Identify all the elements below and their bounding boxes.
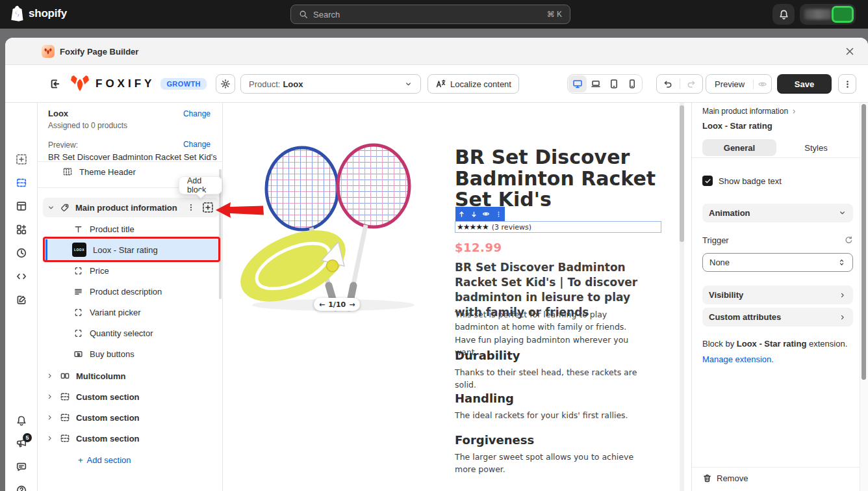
text-icon [73,224,83,234]
preview-button[interactable]: Preview [706,79,753,89]
expand-chevron-icon[interactable] [46,393,54,401]
tree-row-product-description[interactable]: Product description [38,282,223,300]
tree-row-main-product-information[interactable]: Main product information [43,198,219,217]
layers-panel: Loox Change Assigned to 0 products Previ… [38,103,223,491]
localize-content-button[interactable]: Localize content [428,74,519,94]
shopify-wordmark: shopify [29,7,67,20]
tree-row-buy-buttons[interactable]: Buy buttons [38,345,223,363]
global-search-input[interactable]: Search ⌘ K [290,5,570,24]
shopify-topbar: shopify Search ⌘ K [0,0,868,29]
tree-row-multicolumn[interactable]: Multicolumn [38,367,223,385]
manage-extension-link[interactable]: Manage extension. [702,354,774,364]
trigger-select[interactable]: None [702,253,853,272]
expand-chevron-icon[interactable] [46,414,54,421]
product-price[interactable]: $12.99 [455,241,502,254]
brackets-icon [73,266,83,276]
notification-count-badge: 5 [23,433,32,442]
page-type-selector[interactable]: Product: Loox [240,74,421,94]
device-tablet-button[interactable] [605,75,623,92]
feature-heading: Durability [455,349,520,362]
tree-row-custom-section-2[interactable]: Custom section [38,408,223,427]
tab-general[interactable]: General [702,139,776,156]
canvas-scrollbar-thumb[interactable] [680,105,684,242]
block-by-suffix: extension. [806,339,847,349]
rail-code-button[interactable] [16,271,27,282]
rail-sections-button[interactable] [16,177,27,189]
preview-canvas: ← 1/10 → BR Set Discover Badminton Racke… [223,103,691,491]
rail-apps-button[interactable] [16,224,27,235]
remove-block-button[interactable]: Remove [702,473,748,483]
change-template-link[interactable]: Change [183,109,211,118]
next-image-arrow[interactable]: → [349,300,355,309]
feature-heading: Handling [455,391,514,405]
section-label: Main product information [75,203,177,213]
prev-image-arrow[interactable]: ← [319,300,325,309]
divider [692,467,860,468]
tree-row-custom-section-1[interactable]: Custom section [38,388,223,406]
custom-attributes-accordion[interactable]: Custom attributes [702,308,853,326]
notifications-button[interactable] [772,4,795,25]
hide-block-button[interactable] [482,210,490,218]
reset-trigger-button[interactable] [844,235,853,245]
tree-row-quantity-selector[interactable]: Quantity selector [38,324,223,342]
kebab-icon [843,79,852,89]
rail-history-button[interactable] [16,247,27,259]
trigger-value: None [709,258,730,267]
trigger-label: Trigger [702,235,729,245]
move-up-button[interactable] [458,211,465,218]
section-kebab-icon[interactable] [186,203,196,212]
text-lines-icon [73,287,83,297]
device-desktop-button[interactable] [568,75,587,92]
device-mobile-button[interactable] [623,75,641,92]
template-name: Loox [48,109,68,118]
collapse-chevron-icon[interactable] [47,204,55,212]
block-kebab-button[interactable] [495,211,502,218]
show-badge-checkbox[interactable] [702,176,713,186]
product-image[interactable] [236,139,450,314]
rail-templates-button[interactable] [16,200,27,212]
exit-builder-button[interactable] [48,74,61,94]
rail-edit-box-button[interactable] [16,294,27,306]
tree-row-variant-picker[interactable]: Variant picker [38,303,223,321]
feature-text: Thanks to their steel head, these racket… [455,367,643,391]
preview-label: Preview: [48,140,78,150]
panel-scrollbar-thumb[interactable] [862,104,866,380]
foxify-app-window: Foxify Page Builder FOXIFY GROWTH Produc… [5,38,868,491]
history-controls [656,74,703,94]
loox-star-rating-block-selected[interactable]: ★★★★★ (3 reviews) [455,221,661,233]
expand-chevron-icon[interactable] [46,372,54,380]
tree-row-price[interactable]: Price [38,261,223,280]
rail-chat-button[interactable] [16,461,27,473]
visibility-accordion[interactable]: Visibility [702,285,853,304]
block-settings-panel: Main product information Loox - Star rat… [691,103,868,491]
device-laptop-button[interactable] [587,75,605,92]
change-preview-link[interactable]: Change [183,140,211,149]
undo-button[interactable] [657,79,680,89]
rail-help-button[interactable] [16,484,27,491]
product-title[interactable]: BR Set Discover Badminton Racket Set Kid… [455,147,672,211]
more-actions-button[interactable] [838,74,856,94]
settings-button[interactable] [216,74,235,94]
tree-row-custom-section-3[interactable]: Custom section [38,429,223,447]
preview-eye-button[interactable] [753,79,771,89]
add-section-button[interactable]: + Add section [78,455,131,465]
multicolumn-icon [60,371,70,381]
rail-whats-new-button[interactable]: 5 [16,437,27,449]
product-value: Loox [283,79,303,89]
rail-add-block-button[interactable] [16,153,27,165]
expand-chevron-icon[interactable] [46,434,54,442]
store-account-menu[interactable] [800,4,856,25]
save-button[interactable]: Save [777,74,832,94]
breadcrumb-section[interactable]: Main product information [702,107,788,116]
animation-accordion[interactable]: Animation [702,204,853,222]
move-down-button[interactable] [470,211,478,218]
rail-notifications-button[interactable] [16,415,27,427]
tab-styles[interactable]: Styles [779,139,853,156]
tree-row-loox-star-rating-selected[interactable]: LOOX Loox - Star rating [45,239,219,260]
monitor-icon [572,79,583,89]
add-block-button[interactable] [202,202,214,213]
redo-button[interactable] [680,79,702,89]
close-app-button[interactable] [845,46,855,57]
block-label: Buy buttons [90,349,134,359]
tree-row-product-title[interactable]: Product title [38,220,223,238]
